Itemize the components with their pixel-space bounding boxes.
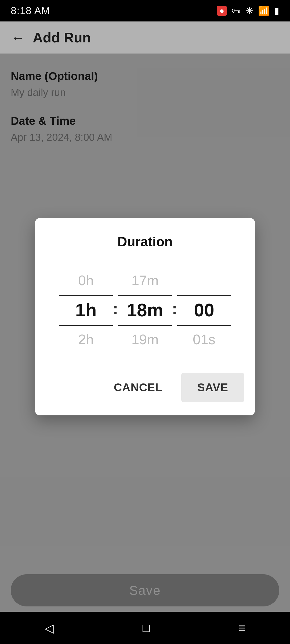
key-icon: 🗝 bbox=[232, 6, 241, 16]
hours-selected[interactable]: 1h bbox=[56, 295, 115, 325]
dialog-buttons: CANCEL SAVE bbox=[46, 373, 244, 402]
hours-next[interactable]: 2h bbox=[56, 325, 115, 354]
status-icons: ● 🗝 ✳ 📶 ▮ bbox=[217, 5, 279, 16]
hours-prev[interactable]: 0h bbox=[56, 266, 115, 295]
battery-icon: ▮ bbox=[274, 5, 279, 16]
status-time: 8:18 AM bbox=[11, 5, 50, 17]
cancel-button[interactable]: CANCEL bbox=[100, 373, 176, 402]
minutes-next[interactable]: 19m bbox=[115, 325, 175, 354]
seconds-picker-column[interactable]: 00 01s bbox=[175, 266, 234, 354]
save-button-dialog[interactable]: SAVE bbox=[181, 373, 244, 402]
hours-picker-column[interactable]: 0h 1h 2h bbox=[56, 266, 115, 354]
duration-picker[interactable]: 0h 1h 2h : 17m 18m 19m : 00 bbox=[46, 266, 244, 354]
bluetooth-icon: ✳ bbox=[246, 5, 253, 16]
nav-home-button[interactable]: □ bbox=[143, 621, 150, 635]
nav-bar: ◁ □ ≡ bbox=[0, 612, 290, 644]
status-bar: 8:18 AM ● 🗝 ✳ 📶 ▮ bbox=[0, 0, 290, 21]
wifi-icon: 📶 bbox=[258, 5, 269, 16]
seconds-selected[interactable]: 00 bbox=[175, 295, 234, 325]
nav-back-button[interactable]: ◁ bbox=[45, 621, 54, 635]
minutes-prev[interactable]: 17m bbox=[115, 266, 175, 295]
minutes-selected[interactable]: 18m bbox=[115, 295, 175, 325]
seconds-prev[interactable] bbox=[175, 266, 234, 295]
dialog-title: Duration bbox=[46, 234, 244, 250]
seconds-next[interactable]: 01s bbox=[175, 325, 234, 354]
nav-menu-button[interactable]: ≡ bbox=[239, 621, 246, 635]
duration-dialog: Duration 0h 1h 2h : 17m 18m 19m : bbox=[35, 218, 255, 415]
minutes-picker-column[interactable]: 17m 18m 19m bbox=[115, 266, 175, 354]
screen-record-icon: ● bbox=[217, 6, 227, 16]
dialog-overlay: Duration 0h 1h 2h : 17m 18m 19m : bbox=[0, 21, 290, 612]
